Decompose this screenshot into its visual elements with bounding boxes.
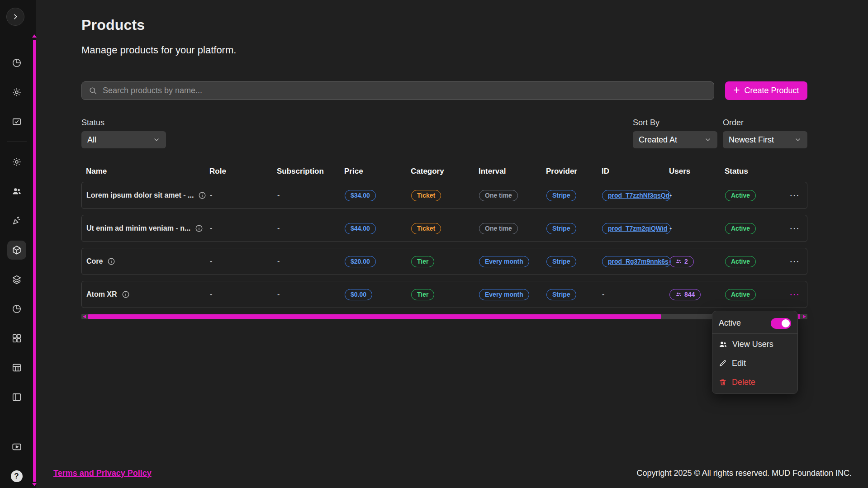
- category-badge: Tier: [411, 289, 434, 300]
- users-badge[interactable]: 844: [669, 289, 701, 300]
- horizontal-scrollbar-thumb[interactable]: [88, 314, 661, 319]
- status-filter-value: All: [87, 135, 96, 145]
- product-id-badge[interactable]: prod_T7zzhNf3qsQd: [602, 190, 671, 201]
- info-icon[interactable]: [122, 290, 130, 298]
- search-box: [81, 81, 714, 100]
- sidebar-item-analytics[interactable]: [7, 53, 26, 72]
- sidebar-item-products[interactable]: [7, 241, 26, 260]
- create-product-button[interactable]: + Create Product: [725, 81, 807, 100]
- sort-by-group: Sort By Created At: [633, 118, 717, 148]
- product-id-badge[interactable]: prod_T7zm2qiQWid: [602, 223, 671, 234]
- provider-badge: Stripe: [546, 190, 576, 201]
- sidebar-item-settings[interactable]: [7, 83, 26, 102]
- price-badge: $20.00: [345, 256, 376, 267]
- order-dropdown[interactable]: Newest First: [723, 131, 807, 148]
- sidebar-item-apps[interactable]: [7, 329, 26, 348]
- users-count: 2: [684, 258, 688, 265]
- sidebar-item-calendar[interactable]: [7, 358, 26, 377]
- status-filter-label: Status: [81, 118, 166, 128]
- price-badge: $34.00: [345, 190, 376, 201]
- status-filter-dropdown[interactable]: All: [81, 131, 166, 148]
- cube-icon: [12, 245, 22, 255]
- active-toggle-label: Active: [719, 318, 741, 328]
- vertical-scrollbar[interactable]: [33, 40, 36, 482]
- table-row: Atom XR - - $0.00 Tier Every month Strip…: [81, 281, 807, 308]
- info-icon[interactable]: [195, 224, 203, 232]
- info-icon[interactable]: [107, 257, 115, 265]
- row-context-menu: Active View Users Edit Delete: [712, 311, 798, 394]
- sidebar: ?: [0, 0, 36, 488]
- menu-item-delete[interactable]: Delete: [712, 373, 797, 392]
- users-count: 844: [684, 291, 695, 298]
- status-filter-group: Status All: [81, 118, 166, 148]
- table-icon: [12, 363, 22, 373]
- menu-item-active[interactable]: Active: [712, 313, 797, 334]
- menu-item-view-users[interactable]: View Users: [712, 335, 797, 354]
- category-badge: Tier: [411, 256, 434, 267]
- product-name: Atom XR: [86, 290, 117, 298]
- category-badge: Ticket: [411, 223, 441, 234]
- chevron-down-icon: [153, 136, 160, 143]
- role-cell: -: [210, 290, 277, 298]
- subscription-cell: -: [277, 191, 345, 199]
- product-name: Ut enim ad minim veniam - n...: [86, 224, 190, 232]
- page-title: Products: [81, 17, 807, 33]
- sidebar-item-layout[interactable]: [7, 388, 26, 407]
- scroll-right-arrow[interactable]: [803, 315, 806, 318]
- help-icon: ?: [11, 470, 23, 482]
- provider-badge: Stripe: [546, 256, 576, 267]
- subscription-cell: -: [277, 290, 345, 298]
- role-cell: -: [210, 257, 277, 265]
- row-actions-button[interactable]: ⋯: [789, 256, 800, 267]
- interval-badge: Every month: [479, 289, 529, 300]
- role-cell: -: [210, 224, 277, 232]
- active-toggle[interactable]: [771, 318, 791, 329]
- row-actions-button[interactable]: ⋯: [789, 289, 800, 300]
- status-badge: Active: [725, 223, 756, 234]
- sidebar-item-media[interactable]: [7, 437, 26, 456]
- sidebar-item-help[interactable]: ?: [7, 467, 26, 486]
- interval-badge: One time: [479, 223, 518, 234]
- sidebar-item-reports[interactable]: [7, 299, 26, 318]
- subscription-cell: -: [277, 224, 345, 232]
- scroll-down-arrow[interactable]: [32, 483, 37, 486]
- terms-privacy-link[interactable]: Terms and Privacy Policy: [53, 469, 152, 478]
- sidebar-item-packages[interactable]: [7, 270, 26, 289]
- sidebar-item-users[interactable]: [7, 182, 26, 201]
- sidebar-expand-button[interactable]: [6, 8, 24, 26]
- scroll-left-arrow[interactable]: [83, 315, 86, 318]
- interval-badge: One time: [479, 190, 518, 201]
- mail-check-icon: [12, 117, 22, 127]
- order-label: Order: [723, 118, 807, 128]
- search-icon: [89, 86, 97, 95]
- copyright-text: Copyright 2025 © All rights reserved. MU…: [637, 469, 852, 478]
- view-users-label: View Users: [732, 340, 773, 349]
- status-badge: Active: [725, 256, 756, 267]
- subscription-cell: -: [277, 257, 345, 265]
- sidebar-item-events[interactable]: [7, 211, 26, 230]
- category-badge: Ticket: [411, 190, 441, 201]
- horizontal-scrollbar[interactable]: [81, 314, 807, 319]
- table-row: Core - - $20.00 Tier Every month Stripe …: [81, 248, 807, 275]
- col-header-subscription: Subscription: [277, 167, 344, 176]
- menu-item-edit[interactable]: Edit: [712, 354, 797, 373]
- role-cell: -: [210, 191, 277, 199]
- sidebar-item-mail[interactable]: [7, 112, 26, 131]
- row-actions-button[interactable]: ⋯: [789, 223, 800, 234]
- info-icon[interactable]: [198, 191, 206, 199]
- chevron-down-icon: [704, 136, 711, 143]
- row-actions-button[interactable]: ⋯: [789, 190, 800, 201]
- users-badge[interactable]: 2: [669, 256, 694, 267]
- party-popper-icon: [12, 216, 22, 226]
- sidebar-item-config[interactable]: [7, 152, 26, 171]
- page-subtitle: Manage products for your platform.: [81, 44, 807, 56]
- scroll-up-arrow[interactable]: [32, 34, 37, 38]
- pencil-icon: [719, 359, 727, 367]
- provider-badge: Stripe: [546, 223, 576, 234]
- users-icon: [719, 340, 727, 349]
- product-id-badge[interactable]: prod_Rg37m9nnk6s: [602, 256, 671, 267]
- search-input[interactable]: [103, 86, 707, 95]
- trash-icon: [719, 378, 727, 386]
- sort-by-dropdown[interactable]: Created At: [633, 131, 717, 148]
- pie-chart-icon: [12, 58, 22, 68]
